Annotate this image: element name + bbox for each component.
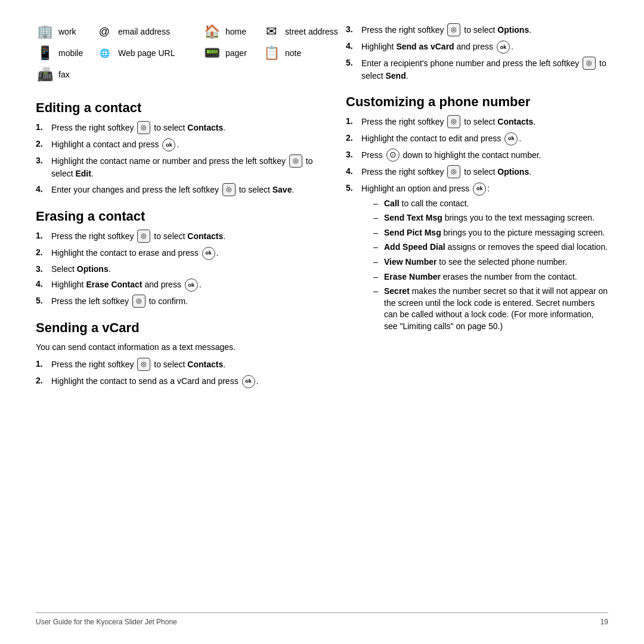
icon-work: 🏢 work [36,24,95,39]
step-item: 3. Select Options. [36,264,322,275]
softkey-icon: ◎ [222,183,236,196]
vcard-section: Sending a vCard You can send contact inf… [36,320,322,388]
icon-pager: 📟 pager [203,45,262,61]
step-item: 2. Highlight the contact to send as a vC… [36,375,322,388]
option-secret: Secret makes the number secret so that i… [373,286,608,332]
email-label: email address [118,27,170,36]
step-item: 3. Press the right softkey ◎ to select O… [346,24,608,37]
home-icon: 🏠 [203,24,221,39]
web-icon: 🌐 [95,48,113,58]
footer-left: User Guide for the Kyocera Slider Jet Ph… [36,618,177,626]
icon-web: 🌐 Web page URL [95,48,203,58]
right-column: 3. Press the right softkey ◎ to select O… [346,24,608,606]
step-item: 5. Press the left softkey ◎ to confirm. [36,295,322,308]
icon-email: @ email address [95,26,203,38]
icon-fax: 📠 fax [36,67,95,82]
step-item: 4. Highlight Send as vCard and press ok. [346,41,608,54]
vcard-steps: 1. Press the right softkey ◎ to select C… [36,358,322,388]
fax-icon: 📠 [36,67,54,82]
softkey-icon: ◎ [132,295,145,308]
note-label: note [285,48,301,58]
ok-icon: ok [242,375,255,388]
left-column: 🏢 work @ email address 🏠 home ✉ street a… [36,24,322,606]
icon-home: 🏠 home [203,24,262,39]
work-label: work [58,27,76,36]
editing-section: Editing a contact 1. Press the right sof… [36,100,322,197]
softkey-icon: ◎ [137,358,150,371]
step-item: 3. Highlight the contact name or number … [36,155,322,180]
icon-grid: 🏢 work @ email address 🏠 home ✉ street a… [36,24,322,82]
ok-icon: ok [473,182,486,196]
option-erase-number: Erase Number erases the number from the … [373,271,608,283]
content-area: 🏢 work @ email address 🏠 home ✉ street a… [36,24,608,606]
erasing-title: Erasing a contact [36,209,322,224]
step-item: 2. Highlight a contact and press ok. [36,138,322,151]
customizing-steps: 1. Press the right softkey ◎ to select C… [346,116,608,336]
ok-icon: ok [185,278,198,292]
vcard-cont-steps: 3. Press the right softkey ◎ to select O… [346,24,608,82]
option-speed-dial: Add Speed Dial assigns or removes the sp… [373,242,608,253]
street-label: street address [285,27,338,36]
erasing-section: Erasing a contact 1. Press the right sof… [36,209,322,309]
page: 🏢 work @ email address 🏠 home ✉ street a… [0,0,644,644]
softkey-icon: ◎ [289,154,302,168]
softkey-icon: ◎ [447,165,460,178]
ok-icon: ok [497,41,510,54]
street-icon: ✉ [262,24,280,39]
icon-mobile: 📱 mobile [36,45,95,61]
erasing-steps: 1. Press the right softkey ◎ to select C… [36,230,322,309]
step-item: 1. Press the right softkey ◎ to select C… [36,122,322,135]
vcard-title: Sending a vCard [36,320,322,336]
step-item: 1. Press the right softkey ◎ to select C… [36,230,322,243]
step-item: 2. Highlight the contact to erase and pr… [36,247,322,260]
option-call: Call to call the contact. [373,198,608,210]
softkey-icon: ◎ [137,230,150,243]
ok-icon: ok [202,247,215,260]
mobile-icon: 📱 [36,45,54,61]
step-item: 4. Highlight Erase Contact and press ok. [36,278,322,292]
softkey-icon: ◎ [447,23,460,36]
softkey-icon: ◎ [447,115,460,128]
nav-icon: ⊙ [386,148,400,162]
step-item: 1. Press the right softkey ◎ to select C… [346,116,608,129]
editing-title: Editing a contact [36,100,322,116]
fax-label: fax [58,70,70,79]
ok-icon: ok [504,132,518,145]
editing-steps: 1. Press the right softkey ◎ to select C… [36,122,322,197]
note-icon: 📋 [262,45,280,61]
option-text-msg: Send Text Msg brings you to the text mes… [373,212,608,224]
step-item: 1. Press the right softkey ◎ to select C… [36,358,322,371]
footer-right: 19 [600,618,608,626]
home-label: home [225,27,246,36]
email-icon: @ [95,26,113,38]
step-item: 4. Enter your changes and press the left… [36,184,322,197]
softkey-icon: ◎ [137,121,150,134]
option-view-number: View Number to see the selected phone nu… [373,256,608,268]
web-label: Web page URL [118,48,175,58]
footer: User Guide for the Kyocera Slider Jet Ph… [36,612,608,626]
step-item: 4. Press the right softkey ◎ to select O… [346,166,608,179]
customizing-section: Customizing a phone number 1. Press the … [346,94,608,336]
step-item: 5. Enter a recipient's phone number and … [346,57,608,82]
softkey-icon: ◎ [583,57,596,70]
work-icon: 🏢 [36,24,54,39]
options-list: Call to call the contact. Send Text Msg … [361,198,608,333]
customizing-title: Customizing a phone number [346,94,608,110]
pager-icon: 📟 [203,45,221,61]
vcard-intro: You can send contact information as a te… [36,342,322,354]
mobile-label: mobile [58,48,83,58]
step-item: 3. Press ⊙ down to highlight the contact… [346,149,608,162]
pager-label: pager [225,48,247,58]
ok-icon: ok [162,138,175,151]
option-pict-msg: Send Pict Msg brings you to the picture … [373,227,608,239]
step-item: 2. Highlight the contact to edit and pre… [346,132,608,145]
step-item: 5. Highlight an option and press ok: Cal… [346,182,608,336]
